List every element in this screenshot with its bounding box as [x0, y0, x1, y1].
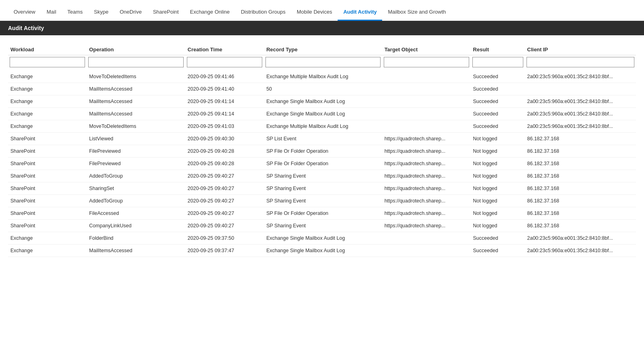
- table-row[interactable]: SharePointFilePreviewed2020-09-25 09:40:…: [8, 145, 636, 158]
- cell-client-ip: 2a00:23c5:960a:e001:35c2:8410:8bf...: [525, 95, 636, 108]
- cell-result: Not logged: [471, 145, 525, 158]
- table-row[interactable]: ExchangeMailItemsAccessed2020-09-25 09:3…: [8, 245, 636, 257]
- nav-item-mail[interactable]: Mail: [41, 9, 62, 21]
- cell-operation: AddedToGroup: [87, 195, 185, 207]
- cell-record-type: Exchange Single Mailbox Audit Log: [264, 232, 382, 245]
- cell-creation-time: 2020-09-25 09:40:28: [185, 158, 264, 170]
- cell-workload: Exchange: [8, 232, 87, 245]
- filter-result[interactable]: [472, 57, 523, 67]
- cell-creation-time: 2020-09-25 09:41:03: [185, 120, 264, 133]
- nav-item-sharepoint[interactable]: SharePoint: [147, 9, 184, 21]
- cell-result: Succeeded: [471, 95, 525, 108]
- cell-target-object: https://quadrotech.sharep...: [382, 145, 471, 158]
- table-row[interactable]: SharePointCompanyLinkUsed2020-09-25 09:4…: [8, 220, 636, 232]
- cell-workload: Exchange: [8, 120, 87, 133]
- cell-workload: SharePoint: [8, 195, 87, 207]
- cell-workload: SharePoint: [8, 133, 87, 145]
- col-header-record-type: Record Type: [264, 43, 382, 55]
- table-row[interactable]: ExchangeMoveToDeletedItems2020-09-25 09:…: [8, 71, 636, 83]
- cell-creation-time: 2020-09-25 09:41:40: [185, 83, 264, 95]
- cell-creation-time: 2020-09-25 09:40:27: [185, 170, 264, 182]
- audit-table: Workload Operation Creation Time Record …: [8, 43, 636, 257]
- cell-result: Not logged: [471, 195, 525, 207]
- table-row[interactable]: SharePointFilePreviewed2020-09-25 09:40:…: [8, 158, 636, 170]
- panel-header: Audit Activity: [0, 21, 644, 35]
- cell-record-type: SP File Or Folder Operation: [264, 207, 382, 220]
- cell-creation-time: 2020-09-25 09:37:47: [185, 245, 264, 257]
- cell-operation: ListViewed: [87, 133, 185, 145]
- table-row[interactable]: SharePointListViewed2020-09-25 09:40:30S…: [8, 133, 636, 145]
- cell-target-object: https://quadrotech.sharep...: [382, 195, 471, 207]
- table-row[interactable]: SharePointAddedToGroup2020-09-25 09:40:2…: [8, 170, 636, 182]
- cell-record-type: SP Sharing Event: [264, 182, 382, 195]
- table-row[interactable]: SharePointSharingSet2020-09-25 09:40:27S…: [8, 182, 636, 195]
- cell-creation-time: 2020-09-25 09:40:27: [185, 207, 264, 220]
- cell-creation-time: 2020-09-25 09:40:28: [185, 145, 264, 158]
- cell-client-ip: 86.182.37.168: [525, 182, 636, 195]
- column-header-row: Workload Operation Creation Time Record …: [8, 43, 636, 55]
- cell-record-type: Exchange Single Mailbox Audit Log: [264, 95, 382, 108]
- cell-result: Not logged: [471, 133, 525, 145]
- filter-client-ip[interactable]: [527, 57, 634, 67]
- filter-target-object[interactable]: [384, 57, 469, 67]
- table-row[interactable]: ExchangeMoveToDeletedItems2020-09-25 09:…: [8, 120, 636, 133]
- cell-record-type: Exchange Multiple Mailbox Audit Log: [264, 120, 382, 133]
- cell-target-object: [382, 120, 471, 133]
- cell-operation: FilePreviewed: [87, 145, 185, 158]
- cell-workload: SharePoint: [8, 158, 87, 170]
- filter-creation-time[interactable]: [187, 57, 262, 67]
- cell-operation: AddedToGroup: [87, 170, 185, 182]
- cell-record-type: Exchange Single Mailbox Audit Log: [264, 245, 382, 257]
- filter-operation[interactable]: [88, 57, 183, 67]
- col-header-target-object: Target Object: [382, 43, 471, 55]
- cell-operation: MailItemsAccessed: [87, 108, 185, 120]
- cell-target-object: [382, 245, 471, 257]
- cell-client-ip: 2a00:23c5:960a:e001:35c2:8410:8bf...: [525, 245, 636, 257]
- nav-item-skype[interactable]: Skype: [88, 9, 114, 21]
- cell-operation: MoveToDeletedItems: [87, 120, 185, 133]
- nav-item-exchange-online[interactable]: Exchange Online: [184, 9, 235, 21]
- cell-result: Succeeded: [471, 232, 525, 245]
- nav-item-audit-activity[interactable]: Audit Activity: [338, 9, 382, 21]
- cell-client-ip: 2a00:23c5:960a:e001:35c2:8410:8bf...: [525, 120, 636, 133]
- nav-item-mailbox-size-and-growth[interactable]: Mailbox Size and Growth: [382, 9, 452, 21]
- nav-item-onedrive[interactable]: OneDrive: [114, 9, 147, 21]
- cell-target-object: [382, 83, 471, 95]
- table-row[interactable]: ExchangeMailItemsAccessed2020-09-25 09:4…: [8, 95, 636, 108]
- table-row[interactable]: ExchangeFolderBind2020-09-25 09:37:50Exc…: [8, 232, 636, 245]
- cell-client-ip: 2a00:23c5:960a:e001:35c2:8410:8bf...: [525, 71, 636, 83]
- cell-workload: SharePoint: [8, 182, 87, 195]
- cell-record-type: SP List Event: [264, 133, 382, 145]
- nav-item-distribution-groups[interactable]: Distribution Groups: [235, 9, 291, 21]
- cell-target-object: https://quadrotech.sharep...: [382, 220, 471, 232]
- cell-workload: Exchange: [8, 245, 87, 257]
- cell-record-type: SP File Or Folder Operation: [264, 145, 382, 158]
- table-row[interactable]: ExchangeMailItemsAccessed2020-09-25 09:4…: [8, 83, 636, 95]
- table-row[interactable]: ExchangeMailItemsAccessed2020-09-25 09:4…: [8, 108, 636, 120]
- cell-result: Succeeded: [471, 108, 525, 120]
- cell-workload: Exchange: [8, 83, 87, 95]
- cell-operation: MailItemsAccessed: [87, 95, 185, 108]
- cell-client-ip: 86.182.37.168: [525, 133, 636, 145]
- cell-result: Succeeded: [471, 71, 525, 83]
- table-body: ExchangeMoveToDeletedItems2020-09-25 09:…: [8, 71, 636, 257]
- cell-workload: Exchange: [8, 71, 87, 83]
- cell-workload: SharePoint: [8, 220, 87, 232]
- cell-record-type: Exchange Multiple Mailbox Audit Log: [264, 71, 382, 83]
- nav-item-overview[interactable]: Overview: [8, 9, 41, 21]
- table-row[interactable]: SharePointFileAccessed2020-09-25 09:40:2…: [8, 207, 636, 220]
- cell-target-object: https://quadrotech.sharep...: [382, 182, 471, 195]
- cell-workload: SharePoint: [8, 145, 87, 158]
- cell-operation: SharingSet: [87, 182, 185, 195]
- cell-record-type: 50: [264, 83, 382, 95]
- filter-workload[interactable]: [10, 57, 85, 67]
- cell-creation-time: 2020-09-25 09:40:27: [185, 220, 264, 232]
- col-header-operation: Operation: [87, 43, 185, 55]
- table-row[interactable]: SharePointAddedToGroup2020-09-25 09:40:2…: [8, 195, 636, 207]
- nav-item-teams[interactable]: Teams: [62, 9, 88, 21]
- cell-target-object: https://quadrotech.sharep...: [382, 207, 471, 220]
- filter-record-type[interactable]: [265, 57, 381, 67]
- cell-client-ip: 2a00:23c5:960a:e001:35c2:8410:8bf...: [525, 108, 636, 120]
- nav-item-mobile-devices[interactable]: Mobile Devices: [291, 9, 338, 21]
- filter-row: [8, 55, 636, 71]
